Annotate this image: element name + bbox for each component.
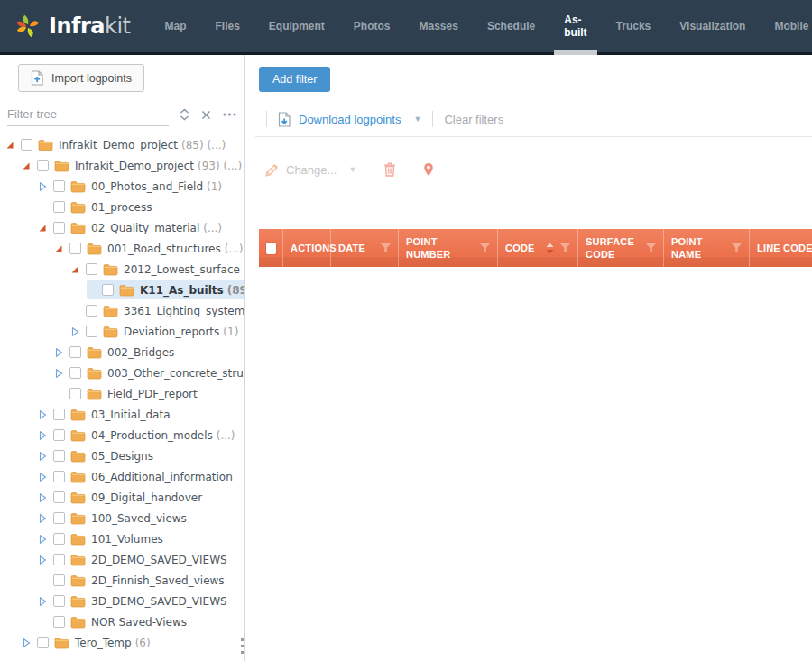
column-header-surface-code[interactable]: SURFACE CODE [577,229,663,267]
select-all-checkbox[interactable] [266,243,276,254]
tree-checkbox[interactable] [86,263,97,275]
tree-toggle-icon[interactable] [38,430,53,441]
tree-checkbox[interactable] [53,201,65,213]
nav-item-as-built[interactable]: As-built [549,0,601,52]
tree-row[interactable]: 3361_Lighting_system [0,300,244,321]
column-header-line-code[interactable]: LINE CODE [749,229,812,267]
tree-checkbox[interactable] [53,450,65,462]
tree-row[interactable]: K11_As_builts (89) [0,280,244,300]
tree-checkbox[interactable] [69,243,81,254]
tree-row[interactable]: 2D_DEMO_SAVED_VIEWS [0,549,244,570]
tree-row[interactable]: 2012_Lowest_surface (7) (...) [0,259,244,280]
tree-toggle-icon[interactable] [38,223,53,234]
tree-toggle-icon[interactable] [38,555,53,565]
filter-funnel-icon[interactable] [645,243,657,253]
tree-checkbox[interactable] [69,388,81,399]
nav-item-masses[interactable]: Masses [405,0,473,52]
tree-toggle-icon[interactable] [54,243,69,254]
nav-item-photos[interactable]: Photos [339,0,405,52]
tree-toggle-icon[interactable] [38,596,53,607]
filter-funnel-icon[interactable] [731,243,743,253]
column-header-point-name[interactable]: POINT NAME [663,229,749,267]
tree-checkbox[interactable] [53,512,65,524]
tree-row[interactable]: Tero_Temp (6) [0,632,244,653]
tree-row[interactable]: 03_Initial_data [0,404,244,425]
tree-checkbox[interactable] [86,305,97,317]
tree-toggle-icon[interactable] [70,326,86,337]
nav-item-map[interactable]: Map [150,0,200,52]
clear-icon[interactable] [201,110,211,120]
add-filter-button[interactable]: Add filter [259,67,330,92]
tree-row[interactable]: 2D_Finnish_Saved_views [0,570,244,591]
tree-checkbox[interactable] [21,139,32,151]
nav-item-visualization[interactable]: Visualization [665,0,760,52]
tree-toggle-icon[interactable] [54,347,69,358]
nav-item-files[interactable]: Files [200,0,254,52]
tree-row[interactable]: 100_Saved_views [0,508,244,528]
tree-row[interactable]: 01_process [0,197,244,217]
tree-toggle-icon[interactable] [38,534,53,545]
select-all-checkbox-cell[interactable] [259,229,282,267]
change-button[interactable]: Change... ▼ [264,162,356,178]
tree-row[interactable]: 06_Additional_information [0,466,244,487]
tree-toggle-icon[interactable] [22,161,37,171]
tree-toggle-icon[interactable] [38,513,53,524]
nav-item-trucks[interactable]: Trucks [602,0,666,52]
column-header-code[interactable]: CODE [497,229,577,267]
tree-checkbox[interactable] [37,637,49,648]
nav-item-schedule[interactable]: Schedule [473,0,549,52]
tree-row[interactable]: Deviation_reports (1) [0,321,244,342]
tree-checkbox[interactable] [53,574,65,586]
filter-funnel-icon[interactable] [380,243,392,253]
column-header-point-number[interactable]: POINT NUMBER [398,229,497,267]
tree-row[interactable]: Infrakit_Demo_project (85) (...) [0,134,244,155]
tree-checkbox[interactable] [102,284,114,296]
tree-checkbox[interactable] [53,533,65,545]
tree-checkbox[interactable] [53,471,65,482]
filter-tree-input[interactable] [7,105,169,126]
tree-checkbox[interactable] [69,346,81,358]
tree-row[interactable]: 04_Production_models (...) [0,425,244,445]
tree-checkbox[interactable] [53,616,65,628]
tree-toggle-icon[interactable] [22,638,37,648]
nav-item-mobile[interactable]: Mobile [760,0,812,52]
filter-funnel-icon[interactable] [479,243,491,253]
filter-funnel-icon[interactable] [559,243,571,253]
sort-icon[interactable] [546,243,554,254]
tree-toggle-icon[interactable] [38,451,53,462]
tree-checkbox[interactable] [69,367,81,379]
tree-row[interactable]: 09_Digital_handover [0,487,244,508]
tree-checkbox[interactable] [53,554,65,565]
clear-filters-button[interactable]: Clear filters [444,113,503,126]
more-options-icon[interactable] [223,113,236,116]
map-pin-icon[interactable] [423,162,434,177]
tree-toggle-icon[interactable] [38,409,53,420]
tree-row[interactable]: Field_PDF_report [0,383,244,404]
sidebar-resize-handle[interactable] [238,638,245,654]
tree-row[interactable]: 003_Other_concrete_structures [0,363,244,383]
tree-toggle-icon[interactable] [54,368,69,379]
column-header-date[interactable]: DATE [330,229,398,267]
column-header-actions[interactable]: ACTIONS [282,229,330,267]
tree-toggle-icon[interactable] [70,264,86,275]
tree-checkbox[interactable] [53,491,65,503]
tree-row[interactable]: 05_Designs [0,445,244,466]
download-logpoints-button[interactable]: Download logpoints ▼ [278,112,421,127]
tree-toggle-icon[interactable] [38,472,53,482]
tree-toggle-icon[interactable] [5,140,21,151]
tree-checkbox[interactable] [53,429,65,441]
tree-checkbox[interactable] [53,222,65,234]
tree-toggle-icon[interactable] [38,492,53,503]
tree-row[interactable]: 101_Volumes [0,528,244,549]
tree-checkbox[interactable] [53,409,65,420]
tree-row[interactable]: 3D_DEMO_SAVED_VIEWS [0,591,244,611]
nav-item-equipment[interactable]: Equipment [254,0,339,52]
brand-logo[interactable]: Infrakit [14,13,130,40]
tree-row[interactable]: NOR Saved-Views [0,611,244,632]
tree-row[interactable]: 00_Photos_and_Field (1) [0,176,244,197]
delete-trash-icon[interactable] [383,162,396,177]
tree-row[interactable]: 001_Road_structures (...) [0,238,244,259]
tree-row[interactable]: Infrakit_Demo_project (93) (...) [0,155,244,176]
tree-checkbox[interactable] [86,326,97,337]
tree-toggle-icon[interactable] [38,181,53,192]
